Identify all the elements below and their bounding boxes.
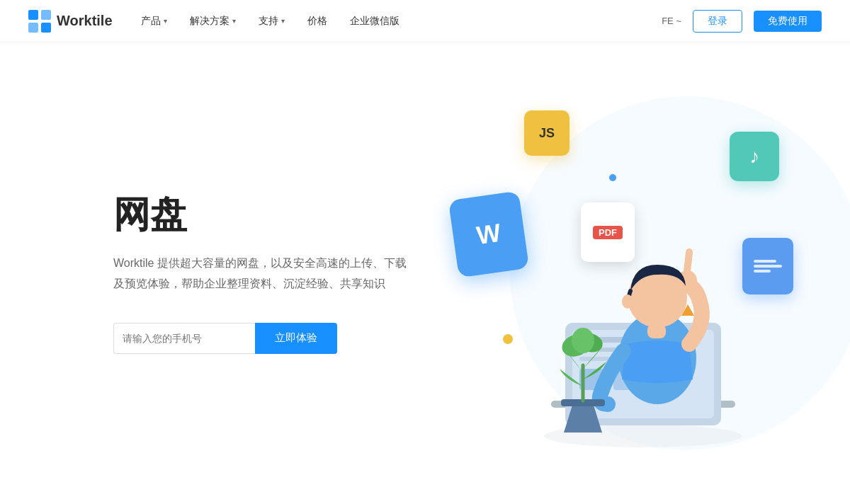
nav-item-pricing[interactable]: 价格 — [307, 15, 327, 28]
nav-right: FE ~ 登录 免费使用 — [662, 10, 822, 33]
svg-point-17 — [622, 294, 633, 309]
try-button[interactable]: 立即体验 — [255, 323, 337, 354]
hero-form: 立即体验 — [113, 323, 411, 354]
hero-description: Worktile 提供超大容量的网盘，以及安全高速的上传、下载及预览体验，帮助企… — [113, 253, 411, 294]
nav-item-solutions[interactable]: 解决方案 ▾ — [190, 15, 236, 28]
nav-item-support[interactable]: 支持 ▾ — [259, 15, 285, 28]
person-illustration — [509, 160, 778, 457]
login-button[interactable]: 登录 — [693, 10, 742, 33]
svg-rect-3 — [41, 23, 51, 33]
hero-section: 网盘 Worktile 提供超大容量的网盘，以及安全高速的上传、下载及预览体验，… — [0, 42, 850, 504]
hero-left: 网盘 Worktile 提供超大容量的网盘，以及安全高速的上传、下载及预览体验，… — [113, 193, 411, 354]
js-file-card: JS — [524, 110, 570, 156]
chevron-down-icon: ▾ — [232, 17, 236, 25]
nav-item-wechat[interactable]: 企业微信版 — [350, 15, 400, 28]
logo-text: Worktile — [57, 13, 113, 29]
free-trial-button[interactable]: 免费使用 — [754, 11, 822, 32]
hero-title: 网盘 — [113, 193, 411, 236]
user-email: FE ~ — [662, 16, 681, 26]
nav-links: 产品 ▾ 解决方案 ▾ 支持 ▾ 价格 企业微信版 — [141, 15, 662, 28]
nav-item-products[interactable]: 产品 ▾ — [141, 15, 167, 28]
navbar: Worktile 产品 ▾ 解决方案 ▾ 支持 ▾ 价格 企业微信版 FE ~ … — [0, 0, 850, 42]
svg-rect-1 — [41, 10, 51, 20]
phone-input[interactable] — [113, 323, 255, 354]
chevron-down-icon: ▾ — [164, 17, 167, 25]
logo-area[interactable]: Worktile — [28, 10, 113, 33]
svg-rect-18 — [647, 324, 666, 338]
hero-illustration: JS ♪ W PDF — [411, 75, 822, 471]
chevron-down-icon: ▾ — [281, 17, 285, 25]
svg-rect-0 — [28, 10, 38, 20]
svg-point-22 — [572, 328, 594, 353]
logo-icon — [28, 10, 51, 33]
svg-rect-2 — [28, 23, 38, 33]
